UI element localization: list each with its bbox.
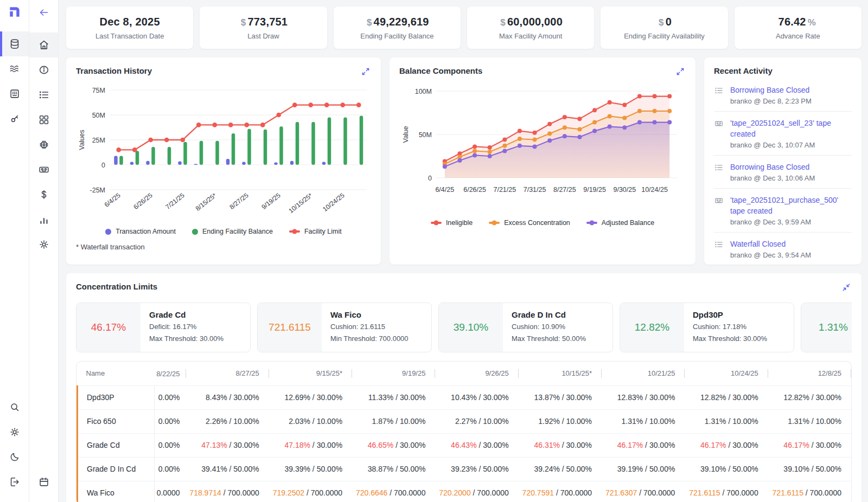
legend-marker — [586, 222, 597, 223]
secondary-sidebar — [29, 0, 59, 502]
limit-cell: 12.83% / 30.00% — [602, 385, 685, 409]
sidebar-item-settings[interactable] — [29, 232, 58, 257]
concentration-card-value: 1.31% — [801, 303, 852, 352]
table-row: Fico 6500.00%2.26% / 10.00%2.03% / 10.00… — [78, 409, 852, 433]
sidebar-item-database[interactable] — [0, 31, 29, 56]
svg-text:7/31/25: 7/31/25 — [524, 186, 546, 194]
activity-meta: branko @ Dec 3, 10:07 AM — [730, 141, 852, 149]
kpi-card: $49,229,619Ending Facility Balance — [334, 7, 461, 49]
limit-cell: 46.31% / 30.00% — [519, 433, 602, 457]
svg-text:8/27/25: 8/27/25 — [228, 191, 250, 211]
legend-item-transaction-amount[interactable]: Transaction Amount — [105, 228, 176, 235]
kpi-value: 76.42% — [778, 16, 818, 28]
transaction-history-chart: 75M50M25M0-25MValues6/4/256/26/257/21/25… — [76, 79, 371, 226]
concentration-card: 46.17%Grade CdDeficit: 16.17%Max Thresho… — [76, 303, 251, 352]
list-icon — [714, 239, 724, 259]
activity-link[interactable]: 'tape_20251024_sell_23' tape created — [730, 118, 852, 139]
activity-meta: branko @ Dec 3, 9:59 AM — [730, 218, 852, 226]
concentration-card-value: 46.17% — [76, 303, 141, 352]
recent-activity-list: Borrowing Base Closedbranko @ Dec 8, 2:2… — [714, 79, 852, 265]
activity-link[interactable]: Borrowing Base Closed — [730, 162, 815, 172]
limit-cell: 1.87% / 10.00% — [352, 409, 435, 433]
concentration-card-line2: Max Threshold: 50.00% — [512, 334, 586, 343]
svg-text:25M: 25M — [92, 137, 105, 144]
limit-cell: 39.41% / 50.00% — [186, 457, 269, 481]
kpi-label: Ending Facility Balance — [360, 32, 433, 40]
activity-link[interactable]: 'tape_20251021_purchase_500' tape create… — [730, 195, 852, 216]
svg-text:9/30/25: 9/30/25 — [613, 186, 636, 194]
sidebar-item-logout[interactable] — [0, 469, 29, 494]
sidebar-item-key[interactable] — [0, 106, 29, 131]
concentration-card-body: Grade CdDeficit: 16.17%Max Threshold: 30… — [141, 303, 232, 352]
legend-item-excess-concentration[interactable]: Excess Concentration — [489, 219, 570, 227]
sidebar-item-chip[interactable] — [29, 132, 58, 157]
percent-symbol: % — [806, 17, 818, 28]
collapse-icon[interactable] — [841, 282, 852, 295]
waterfall-footnote: * Waterfall transaction — [76, 243, 371, 251]
svg-text:7/21/25: 7/21/25 — [493, 186, 516, 194]
svg-text:Values: Values — [78, 130, 86, 150]
sidebar-item-back-arrow[interactable] — [29, 0, 58, 25]
sidebar-item-ledger[interactable] — [0, 81, 29, 106]
column-header-date: 9/15/25* — [269, 362, 352, 385]
kpi-label: Max Facility Amount — [499, 32, 562, 40]
limit-cell: 13.87% / 30.00% — [519, 385, 602, 409]
concentration-card-name: Wa Fico — [330, 310, 409, 319]
concentration-card-line2: Min Threshold: 700.0000 — [330, 334, 409, 343]
activity-body: 'tape_20251021_purchase_500' tape create… — [730, 195, 852, 226]
sidebar-item-home[interactable] — [29, 33, 58, 57]
legend-item-ineligible[interactable]: Ineligible — [431, 219, 473, 227]
sidebar-item-search[interactable] — [0, 395, 29, 420]
limit-cell: 46.17% / 30.00% — [602, 433, 685, 457]
limit-cell: 719.2502 / 700.0000 — [269, 481, 352, 502]
activity-link[interactable]: Waterfall Closed — [730, 239, 811, 249]
legend-item-adjusted-balance[interactable]: Adjusted Balance — [586, 219, 654, 227]
limit-cell: 10.43% / 30.00% — [435, 385, 518, 409]
concentration-card-line1: Cushion: 17.18% — [693, 322, 767, 331]
expand-icon[interactable] — [360, 66, 371, 79]
svg-text:10/15/25*: 10/15/25* — [287, 191, 314, 215]
limit-cell: 721.6115 / 700.0000 — [768, 481, 851, 502]
limit-cell: 2.03% / 10.00% — [269, 409, 352, 433]
legend-item-ending-facility-balance[interactable]: Ending Facility Balance — [192, 228, 273, 235]
limit-cell: 11.33% / 30.00% — [352, 385, 435, 409]
kpi-card: $60,000,000Max Facility Amount — [467, 7, 594, 49]
limit-cell: 46.17% / 30.00% — [685, 433, 768, 457]
legend-item-facility-limit[interactable]: Facility Limit — [289, 228, 342, 235]
sidebar-item-dollar[interactable] — [29, 182, 58, 207]
concentration-card: 39.10%Grade D In CdCushion: 10.90%Max Th… — [438, 303, 613, 352]
legend-label: Facility Limit — [304, 228, 342, 235]
limit-cell: 12.69% / 30.00% — [269, 385, 352, 409]
list-icon — [714, 85, 724, 105]
main-content: Dec 8, 2025Last Transaction Date$773,751… — [59, 0, 868, 502]
limit-cell: 39.23% / 50.00% — [435, 457, 518, 481]
legend-marker — [431, 222, 442, 223]
sidebar-item-info[interactable] — [29, 57, 58, 82]
limit-cell: 1.31% / 10.00% — [685, 409, 768, 433]
concentration-card: 12.82%Dpd30PCushion: 17.18%Max Threshold… — [620, 303, 794, 352]
sidebar-item-tape[interactable] — [29, 157, 58, 182]
sidebar-item-grid[interactable] — [29, 107, 58, 132]
concentration-card-name: Grade Cd — [149, 310, 224, 319]
limit-cell: 718.9714 / 700.0000 — [186, 481, 269, 502]
svg-text:75M: 75M — [92, 87, 105, 94]
kpi-label: Last Transaction Date — [95, 32, 164, 40]
svg-text:6/26/25: 6/26/25 — [132, 191, 154, 211]
expand-icon[interactable] — [675, 66, 686, 79]
sidebar-item-settings[interactable] — [0, 420, 29, 445]
sidebar-item-waves[interactable] — [0, 56, 29, 81]
concentration-table: Name8/22/258/27/259/15/25*9/19/259/26/25… — [76, 361, 852, 502]
svg-text:0: 0 — [428, 175, 432, 182]
concentration-card-line1: Cushion: 21.6115 — [330, 322, 409, 331]
sidebar-item-moon[interactable] — [0, 445, 29, 469]
limit-cell: 2.27% / 10.00% — [435, 409, 518, 433]
activity-link[interactable]: Borrowing Base Closed — [730, 85, 812, 95]
legend-marker — [289, 230, 300, 232]
limit-cell: 1.92% / 10.00% — [519, 409, 602, 433]
transaction-history-legend: Transaction AmountEnding Facility Balanc… — [76, 228, 371, 235]
sidebar-item-bar-chart[interactable] — [29, 207, 58, 232]
sidebar-item-list[interactable] — [29, 82, 58, 107]
sidebar-item-calendar[interactable] — [29, 469, 58, 494]
limit-cell: 721.6115 / 700.0000 — [685, 481, 768, 502]
legend-label: Ineligible — [446, 219, 473, 227]
